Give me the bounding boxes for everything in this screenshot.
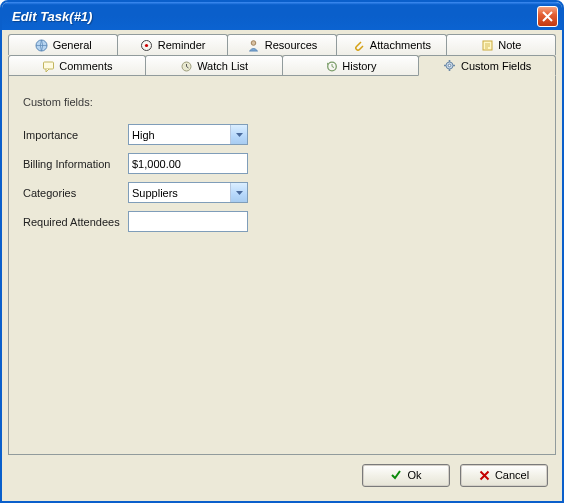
dialog-window: Edit Task(#1) General Reminder Resources <box>0 0 564 503</box>
input-billing[interactable] <box>128 153 248 174</box>
tab-label: Resources <box>265 39 318 51</box>
tab-label: History <box>342 60 376 72</box>
label-billing: Billing Information <box>23 158 128 170</box>
tab-row-2: Comments Watch List History Custom Field… <box>8 55 556 76</box>
tab-label: Note <box>498 39 521 51</box>
svg-point-3 <box>251 40 256 45</box>
person-icon <box>247 38 261 52</box>
content-area: General Reminder Resources Attachments N… <box>2 30 562 501</box>
tab-strip: General Reminder Resources Attachments N… <box>8 34 556 76</box>
cross-icon <box>479 470 490 481</box>
tab-history[interactable]: History <box>282 55 420 76</box>
tab-label: General <box>53 39 92 51</box>
globe-icon <box>35 38 49 52</box>
close-icon <box>542 11 553 22</box>
combo-categories-value: Suppliers <box>132 187 178 199</box>
svg-rect-5 <box>43 62 53 69</box>
comment-icon <box>41 59 55 73</box>
input-required-attendees[interactable] <box>128 211 248 232</box>
gear-icon <box>443 59 457 73</box>
tab-row-1: General Reminder Resources Attachments N… <box>8 34 556 55</box>
close-button[interactable] <box>537 6 558 27</box>
check-icon <box>390 469 402 481</box>
bell-icon <box>140 38 154 52</box>
ok-label: Ok <box>407 469 421 481</box>
row-importance: Importance High <box>23 124 541 145</box>
row-billing: Billing Information <box>23 153 541 174</box>
svg-point-9 <box>449 64 452 67</box>
note-icon <box>480 38 494 52</box>
svg-rect-4 <box>483 41 492 50</box>
chevron-down-icon <box>230 183 247 202</box>
watch-icon <box>179 59 193 73</box>
tab-reminder[interactable]: Reminder <box>117 34 227 55</box>
combo-importance-value: High <box>132 129 155 141</box>
tab-note[interactable]: Note <box>446 34 556 55</box>
custom-fields-panel: Custom fields: Importance High Billing I… <box>8 75 556 455</box>
row-categories: Categories Suppliers <box>23 182 541 203</box>
tab-label: Watch List <box>197 60 248 72</box>
tab-label: Reminder <box>158 39 206 51</box>
tab-attachments[interactable]: Attachments <box>336 34 446 55</box>
row-required-attendees: Required Attendees <box>23 211 541 232</box>
tab-label: Custom Fields <box>461 60 531 72</box>
tab-label: Comments <box>59 60 112 72</box>
tab-watch-list[interactable]: Watch List <box>145 55 283 76</box>
label-required-attendees: Required Attendees <box>23 216 128 228</box>
panel-heading: Custom fields: <box>23 96 541 108</box>
cancel-label: Cancel <box>495 469 529 481</box>
window-title: Edit Task(#1) <box>12 9 537 24</box>
svg-point-2 <box>145 43 148 46</box>
chevron-down-icon <box>230 125 247 144</box>
ok-button[interactable]: Ok <box>362 464 450 487</box>
tab-comments[interactable]: Comments <box>8 55 146 76</box>
cancel-button[interactable]: Cancel <box>460 464 548 487</box>
clip-icon <box>352 38 366 52</box>
button-bar: Ok Cancel <box>8 455 556 495</box>
history-icon <box>324 59 338 73</box>
tab-resources[interactable]: Resources <box>227 34 337 55</box>
combo-importance[interactable]: High <box>128 124 248 145</box>
label-importance: Importance <box>23 129 128 141</box>
tab-label: Attachments <box>370 39 431 51</box>
tab-general[interactable]: General <box>8 34 118 55</box>
combo-categories[interactable]: Suppliers <box>128 182 248 203</box>
tab-custom-fields[interactable]: Custom Fields <box>418 55 556 76</box>
title-bar: Edit Task(#1) <box>2 2 562 30</box>
label-categories: Categories <box>23 187 128 199</box>
